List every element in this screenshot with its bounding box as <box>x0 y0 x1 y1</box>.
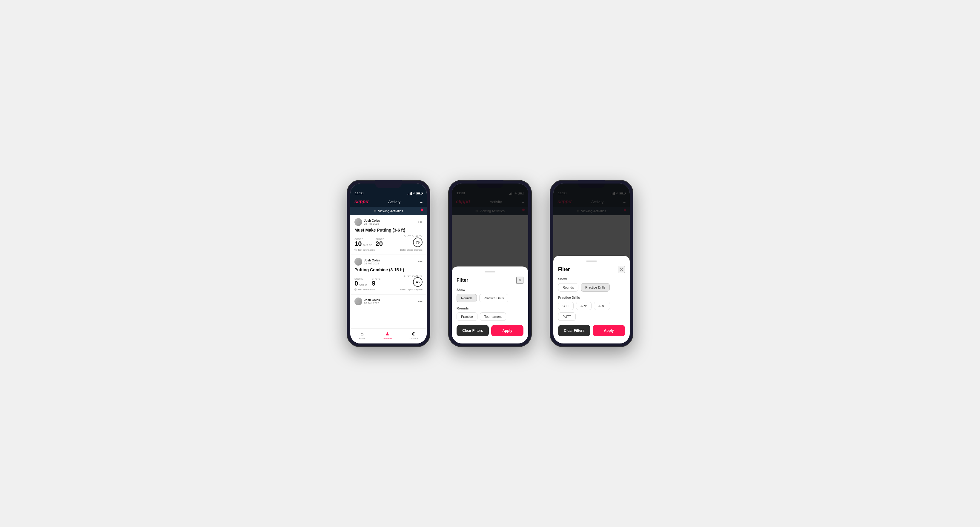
chip-practice-drills-3[interactable]: Practice Drills <box>581 283 610 292</box>
user-details-1: Josh Coles 28 Feb 2023 <box>364 219 380 225</box>
filter-handle-3 <box>586 260 597 262</box>
shots-value-2: 9 <box>372 279 375 287</box>
user-info-1: Josh Coles 28 Feb 2023 <box>355 218 380 226</box>
filter-sheet-2: Filter ✕ Show Rounds Practice Drills Rou… <box>452 267 528 343</box>
nav-capture-label-1: Capture <box>409 337 418 340</box>
filter-sliders-icon-1: ⊟ <box>374 210 376 213</box>
drills-section-label-3: Practice Drills <box>558 296 625 299</box>
filter-sheet-3: Filter ✕ Show Rounds Practice Drills Pra… <box>553 256 630 343</box>
data-source-2: Data: Clippd Capture <box>400 288 423 291</box>
wifi-icon-1: ⊛ <box>413 192 415 195</box>
apply-btn-3[interactable]: Apply <box>593 325 625 336</box>
avatar-2 <box>355 258 362 265</box>
shot-quality-label-1: Shot Quality <box>404 235 423 238</box>
chip-rounds-2[interactable]: Rounds <box>457 294 477 302</box>
nav-home-1[interactable]: ⌂ Home <box>359 331 365 340</box>
filter-actions-2: Clear Filters Apply <box>457 325 523 336</box>
chip-tournament-2[interactable]: Tournament <box>480 313 506 321</box>
status-icons-1: ⊛ <box>407 192 422 195</box>
out-of-2: OUT OF <box>359 284 368 286</box>
filter-overlay-2: Filter ✕ Show Rounds Practice Drills Rou… <box>452 184 528 343</box>
user-name-3: Josh Coles <box>364 298 380 302</box>
signal-bar-4 <box>411 192 412 195</box>
show-chips-2: Rounds Practice Drills <box>457 294 523 302</box>
battery-tip-1 <box>422 193 423 194</box>
nav-activities-label-1: Activities <box>383 337 392 340</box>
filter-handle-2 <box>485 271 495 273</box>
capture-icon-1: ⊕ <box>412 331 416 337</box>
avatar-inner-2 <box>355 258 362 265</box>
drills-chips-3: OTT APP ARG PUTT <box>558 302 625 321</box>
phone-1: 11:33 ⊛ clippd <box>347 180 430 347</box>
chip-app-3[interactable]: APP <box>576 302 592 310</box>
battery-1 <box>417 192 422 195</box>
shot-quality-badge-2: 45 <box>413 277 423 287</box>
avatar-inner-1 <box>355 218 362 226</box>
user-date-2: 28 Feb 2023 <box>364 262 380 265</box>
nav-home-label-1: Home <box>359 337 365 340</box>
rounds-section-label-2: Rounds <box>457 306 523 310</box>
bottom-nav-1: ⌂ Home ♟ Activities ⊕ Capture <box>350 328 427 343</box>
filter-close-btn-3[interactable]: ✕ <box>618 266 625 273</box>
hamburger-icon-1[interactable]: ≡ <box>420 199 423 204</box>
show-label-2: Show <box>457 288 523 292</box>
chip-ott-3[interactable]: OTT <box>558 302 574 310</box>
clear-filters-btn-2[interactable]: Clear Filters <box>457 325 489 336</box>
filter-close-btn-2[interactable]: ✕ <box>516 277 523 284</box>
user-date-3: 28 Feb 2023 <box>364 302 380 305</box>
viewing-bar-1[interactable]: ⊟ Viewing Activities <box>350 207 427 215</box>
svg-point-2 <box>358 260 359 262</box>
chip-putt-3[interactable]: PUTT <box>558 313 576 321</box>
more-dots-2[interactable]: ••• <box>418 259 423 264</box>
card-header-2: Josh Coles 28 Feb 2023 ••• <box>355 258 423 265</box>
signal-bar-1 <box>407 194 409 195</box>
rounds-chips-2: Practice Tournament <box>457 313 523 321</box>
shot-quality-badge-1: 75 <box>413 238 423 247</box>
screen-3: 11:33 ⊛ clippd <box>553 184 630 343</box>
activities-icon-1: ♟ <box>385 331 389 337</box>
nav-activities-1[interactable]: ♟ Activities <box>383 331 392 340</box>
clear-filters-btn-3[interactable]: Clear Filters <box>558 325 590 336</box>
out-of-1: OUT OF <box>363 244 372 246</box>
card-header-3: Josh Coles 28 Feb 2023 ••• <box>355 297 423 305</box>
svg-point-5 <box>357 302 360 304</box>
more-dots-3[interactable]: ••• <box>418 299 423 304</box>
activity-card-3: Josh Coles 28 Feb 2023 ••• <box>350 295 427 310</box>
header-title-1: Activity <box>388 200 401 204</box>
card-footer-2: ⓘ Test Information Data: Clippd Capture <box>355 288 423 291</box>
phone-3: 11:33 ⊛ clippd <box>550 180 633 347</box>
screen-2: 11:33 ⊛ clippd <box>452 184 528 343</box>
chip-practice-drills-2[interactable]: Practice Drills <box>479 294 508 302</box>
battery-fill-1 <box>417 192 420 194</box>
content-1: Josh Coles 28 Feb 2023 ••• Must Make Put… <box>350 215 427 328</box>
notch-1 <box>375 180 402 188</box>
chip-rounds-3[interactable]: Rounds <box>558 283 578 292</box>
more-dots-1[interactable]: ••• <box>418 220 423 224</box>
user-date-1: 28 Feb 2023 <box>364 222 380 225</box>
activity-title-2: Putting Combine (3-15 ft) <box>355 267 423 272</box>
show-label-3: Show <box>558 277 625 281</box>
user-info-3: Josh Coles 28 Feb 2023 <box>355 297 380 305</box>
apply-btn-2[interactable]: Apply <box>491 325 523 336</box>
scene: 11:33 ⊛ clippd <box>329 162 651 365</box>
phone-2: 11:33 ⊛ clippd <box>448 180 532 347</box>
score-value-2: 0 <box>355 280 358 287</box>
nav-capture-1[interactable]: ⊕ Capture <box>409 331 418 340</box>
status-time-1: 11:33 <box>355 191 363 195</box>
show-chips-3: Rounds Practice Drills <box>558 283 625 292</box>
chip-arg-3[interactable]: ARG <box>594 302 610 310</box>
user-name-1: Josh Coles <box>364 219 380 222</box>
home-icon-1: ⌂ <box>361 331 364 337</box>
shot-quality-label-2: Shot Quality <box>404 275 423 277</box>
signal-bars-1 <box>407 192 412 195</box>
avatar-1 <box>355 218 362 226</box>
shots-value-1: 20 <box>375 240 383 248</box>
card-footer-1: ⓘ Test Information Data: Clippd Capture <box>355 248 423 252</box>
data-source-1: Data: Clippd Capture <box>400 249 423 251</box>
red-dot-1 <box>421 209 423 211</box>
chip-practice-2[interactable]: Practice <box>457 313 477 321</box>
signal-bar-3 <box>410 192 411 195</box>
filter-title-2: Filter <box>457 278 468 283</box>
filter-header-3: Filter ✕ <box>558 266 625 273</box>
svg-point-3 <box>357 262 360 264</box>
